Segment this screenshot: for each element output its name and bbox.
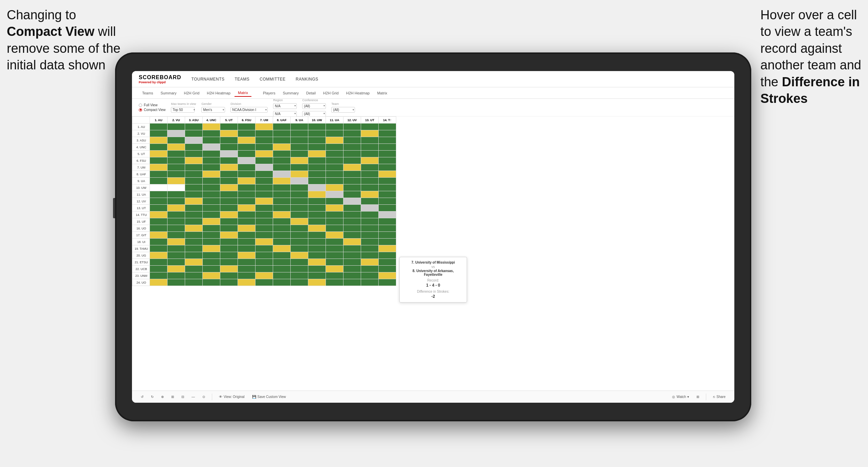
- matrix-cell[interactable]: [168, 178, 185, 184]
- undo-button[interactable]: ↺: [139, 394, 146, 400]
- matrix-cell[interactable]: [343, 232, 361, 239]
- matrix-cell[interactable]: [185, 198, 203, 205]
- matrix-cell[interactable]: [326, 191, 343, 198]
- matrix-cell[interactable]: [308, 184, 326, 191]
- matrix-cell[interactable]: [203, 239, 220, 245]
- matrix-cell[interactable]: [150, 225, 168, 232]
- matrix-cell[interactable]: [168, 164, 185, 171]
- matrix-cell[interactable]: [343, 218, 361, 225]
- matrix-cell[interactable]: [326, 171, 343, 178]
- matrix-cell[interactable]: [361, 245, 379, 252]
- matrix-cell[interactable]: [291, 191, 308, 198]
- matrix-cell[interactable]: [150, 266, 168, 272]
- matrix-cell[interactable]: [255, 144, 273, 151]
- matrix-cell[interactable]: [220, 151, 238, 157]
- matrix-cell[interactable]: [308, 239, 326, 245]
- matrix-cell[interactable]: [220, 205, 238, 212]
- matrix-cell[interactable]: [343, 137, 361, 144]
- matrix-cell[interactable]: [308, 245, 326, 252]
- matrix-cell[interactable]: [203, 157, 220, 164]
- matrix-cell[interactable]: [203, 259, 220, 266]
- matrix-cell[interactable]: [220, 130, 238, 137]
- matrix-cell[interactable]: [255, 245, 273, 252]
- matrix-cell[interactable]: [255, 259, 273, 266]
- matrix-cell[interactable]: [326, 225, 343, 232]
- view-original-button[interactable]: 👁 View: Original: [217, 394, 247, 400]
- matrix-cell[interactable]: [150, 245, 168, 252]
- matrix-cell[interactable]: [255, 205, 273, 212]
- matrix-cell[interactable]: [220, 252, 238, 259]
- matrix-cell[interactable]: [308, 272, 326, 279]
- matrix-cell[interactable]: [291, 144, 308, 151]
- matrix-cell[interactable]: [343, 157, 361, 164]
- matrix-cell[interactable]: [343, 266, 361, 272]
- matrix-cell[interactable]: [150, 130, 168, 137]
- matrix-cell[interactable]: [203, 279, 220, 286]
- matrix-cell[interactable]: [185, 178, 203, 184]
- matrix-cell[interactable]: [168, 245, 185, 252]
- matrix-cell[interactable]: [361, 144, 379, 151]
- tb-btn7[interactable]: ⊙: [200, 394, 207, 400]
- matrix-cell[interactable]: [308, 212, 326, 218]
- matrix-cell[interactable]: [379, 266, 396, 272]
- matrix-cell[interactable]: [361, 259, 379, 266]
- matrix-cell[interactable]: [308, 279, 326, 286]
- matrix-cell[interactable]: [361, 272, 379, 279]
- matrix-cell[interactable]: [255, 212, 273, 218]
- matrix-cell[interactable]: [361, 225, 379, 232]
- matrix-cell[interactable]: [220, 245, 238, 252]
- matrix-cell[interactable]: [150, 164, 168, 171]
- matrix-cell[interactable]: [343, 198, 361, 205]
- matrix-cell[interactable]: [379, 191, 396, 198]
- matrix-cell[interactable]: [168, 272, 185, 279]
- matrix-cell[interactable]: [273, 191, 291, 198]
- matrix-cell[interactable]: [291, 232, 308, 239]
- matrix-cell[interactable]: [185, 266, 203, 272]
- matrix-cell[interactable]: [150, 279, 168, 286]
- matrix-cell[interactable]: [150, 137, 168, 144]
- matrix-cell[interactable]: [203, 191, 220, 198]
- matrix-cell[interactable]: [343, 151, 361, 157]
- matrix-cell[interactable]: [326, 144, 343, 151]
- matrix-cell[interactable]: [238, 157, 255, 164]
- matrix-cell[interactable]: [185, 124, 203, 130]
- matrix-cell[interactable]: [255, 151, 273, 157]
- matrix-cell[interactable]: [326, 151, 343, 157]
- matrix-cell[interactable]: [203, 164, 220, 171]
- matrix-cell[interactable]: [238, 225, 255, 232]
- matrix-cell[interactable]: [379, 232, 396, 239]
- matrix-cell[interactable]: [168, 252, 185, 259]
- matrix-cell[interactable]: [185, 130, 203, 137]
- matrix-cell[interactable]: [273, 205, 291, 212]
- matrix-cell[interactable]: [255, 266, 273, 272]
- matrix-cell[interactable]: [291, 266, 308, 272]
- matrix-cell[interactable]: [326, 232, 343, 239]
- matrix-cell[interactable]: [185, 218, 203, 225]
- matrix-cell[interactable]: [379, 184, 396, 191]
- matrix-cell[interactable]: [273, 124, 291, 130]
- matrix-cell[interactable]: [291, 245, 308, 252]
- matrix-cell[interactable]: [326, 252, 343, 259]
- matrix-cell[interactable]: [308, 205, 326, 212]
- gender-select[interactable]: Men's: [201, 107, 225, 113]
- tab-summary[interactable]: Summary: [157, 90, 180, 96]
- matrix-cell[interactable]: [379, 225, 396, 232]
- tb-btn3[interactable]: ⊕: [159, 394, 166, 400]
- matrix-cell[interactable]: [379, 239, 396, 245]
- matrix-cell[interactable]: [308, 225, 326, 232]
- matrix-cell[interactable]: [150, 205, 168, 212]
- matrix-cell[interactable]: [203, 130, 220, 137]
- matrix-cell[interactable]: [326, 157, 343, 164]
- matrix-cell[interactable]: [185, 164, 203, 171]
- matrix-cell[interactable]: [220, 266, 238, 272]
- matrix-cell[interactable]: [343, 178, 361, 184]
- matrix-cell[interactable]: [220, 232, 238, 239]
- matrix-cell[interactable]: [220, 279, 238, 286]
- matrix-cell[interactable]: [308, 137, 326, 144]
- matrix-cell[interactable]: [238, 130, 255, 137]
- matrix-cell[interactable]: [238, 184, 255, 191]
- matrix-cell[interactable]: [238, 232, 255, 239]
- matrix-cell[interactable]: [255, 130, 273, 137]
- matrix-cell[interactable]: [326, 178, 343, 184]
- matrix-cell[interactable]: [308, 252, 326, 259]
